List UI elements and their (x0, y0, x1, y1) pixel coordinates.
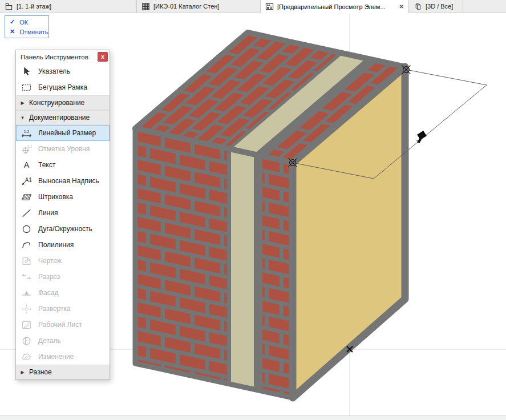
section-design[interactable]: ▶Конструирование (16, 95, 110, 110)
tool-item-label: Указатель (38, 67, 70, 75)
tab-bar: [1. 1-й этаж][ИКЭ-01 Каталог Стен][Предв… (0, 0, 506, 13)
chevron-right-icon: ▶ (20, 370, 25, 375)
tool-item-fill[interactable]: Штриховка (16, 189, 110, 205)
tab-wall-catalog[interactable]: [ИКЭ-01 Каталог Стен] (137, 0, 261, 13)
elevation-marker-icon (21, 288, 32, 298)
circle-icon (21, 224, 32, 235)
chevron-down-icon: ▼ (20, 115, 25, 120)
tool-item-label: Разрез (38, 273, 60, 281)
tool-item-label: Выносная Надпись (38, 177, 99, 185)
tab-label: [Предварительный Просмотр Элем... (277, 3, 386, 10)
tool-item-text[interactable]: Текст (16, 157, 110, 173)
section-label: Разное (29, 368, 52, 376)
story-icon (5, 2, 13, 11)
cancel-button[interactable]: ✕ Отменить (5, 27, 48, 37)
section-documentation[interactable]: ▼Документирование (16, 110, 110, 125)
hammer-cursor-icon (416, 131, 427, 143)
tool-item-level-dimension: Отметка Уровня (16, 141, 110, 157)
tool-item-label: Фасад (38, 289, 58, 297)
drawing-icon (21, 256, 32, 266)
interior-elevation-icon (21, 304, 32, 314)
tool-item-label: Рабочий Лист (38, 321, 82, 329)
linear-dimension-icon (21, 128, 32, 139)
tab-floor-plan[interactable]: [1. 1-й этаж] (0, 0, 137, 13)
tab-3d-all[interactable]: [3D / Все] (409, 0, 463, 13)
tool-item-section: Разрез (16, 269, 110, 285)
tool-item-label: Штриховка (38, 193, 73, 201)
tool-item-detail: Деталь (16, 333, 110, 349)
tool-item-pointer[interactable]: Указатель (16, 63, 110, 79)
tool-item-label: Полилиния (38, 241, 74, 249)
tab-close-icon[interactable]: ✕ (396, 3, 404, 10)
tool-panel-title: Панель Инструментов (21, 54, 88, 60)
detail-icon (21, 336, 32, 346)
tool-item-label: Чертеж (38, 257, 62, 265)
change-cloud-icon (21, 352, 32, 362)
dimension-point-icon (402, 66, 411, 74)
tool-item-label: Бегущая Рамка (38, 83, 87, 91)
preview-icon (265, 2, 274, 11)
tool-item-label: Текст (38, 161, 55, 169)
section-label: Конструирование (29, 99, 84, 107)
tool-item-marquee[interactable]: Бегущая Рамка (16, 79, 110, 95)
tool-panel-header[interactable]: Панель Инструментов x (16, 50, 110, 63)
tool-item-elevation: Фасад (16, 285, 110, 301)
cancel-label: Отменить (19, 29, 48, 35)
ok-button[interactable]: ✓ ОК (5, 17, 48, 27)
tool-item-label: Линия (38, 209, 58, 217)
wall-end-face[interactable] (135, 128, 293, 398)
tool-item-label: Отметка Уровня (38, 145, 90, 153)
confirm-popup: ✓ ОК ✕ Отменить (5, 15, 49, 38)
level-dimension-icon (21, 144, 32, 155)
label-icon (21, 176, 32, 187)
polyline-icon (21, 240, 32, 251)
section-marker-icon (21, 272, 32, 282)
ok-label: ОК (19, 19, 28, 26)
tool-item-change: Изменение (16, 349, 110, 365)
tool-item-label: Изменение (38, 353, 74, 361)
tab-label: [1. 1-й этаж] (17, 3, 51, 10)
application-window: [1. 1-й этаж][ИКЭ-01 Каталог Стен][Предв… (0, 0, 506, 420)
line-icon (21, 208, 32, 219)
tool-item-label: Развертка (38, 305, 71, 313)
wall-3d-preview[interactable] (135, 33, 405, 398)
pointer-icon (21, 66, 32, 77)
text-icon (21, 160, 32, 171)
section-label: Документирование (29, 114, 90, 122)
hatch-icon (21, 192, 32, 203)
tool-panel-list: УказательБегущая Рамка▶Конструирование▼Д… (16, 63, 110, 379)
tool-item-label: Линейный Размер (38, 129, 96, 137)
tool-item-drawing: Чертеж (16, 253, 110, 269)
section-misc[interactable]: ▶Разное (16, 365, 110, 379)
worksheet-icon (21, 320, 32, 330)
marquee-icon (21, 82, 32, 93)
tab-element-preview[interactable]: [Предварительный Просмотр Элем...✕ (261, 0, 409, 13)
3d-view-icon (414, 2, 422, 11)
tool-item-linear-dimension[interactable]: Линейный Размер (16, 125, 110, 141)
close-icon[interactable]: x (98, 52, 108, 62)
tab-label: [3D / Все] (426, 3, 453, 10)
cross-icon: ✕ (10, 28, 15, 35)
tool-item-polyline[interactable]: Полилиния (16, 237, 110, 253)
tab-label: [ИКЭ-01 Каталог Стен] (153, 3, 219, 10)
tool-item-worksheet: Рабочий Лист (16, 317, 110, 333)
tool-panel: Панель Инструментов x УказательБегущая Р… (15, 50, 110, 380)
dimension-point-icon (289, 159, 297, 167)
tool-item-label: Дуга/Окружность (38, 225, 92, 233)
tool-item-label[interactable]: Выносная Надпись (16, 173, 110, 189)
chevron-right-icon: ▶ (20, 100, 25, 106)
tool-item-line[interactable]: Линия (16, 205, 110, 221)
schedule-grid-icon (141, 2, 150, 11)
check-icon: ✓ (10, 18, 15, 26)
window-bottom-strip (0, 415, 506, 420)
tool-item-interior-elevation: Развертка (16, 301, 110, 317)
tool-item-arc-circle[interactable]: Дуга/Окружность (16, 221, 110, 237)
tool-item-label: Деталь (38, 337, 61, 345)
